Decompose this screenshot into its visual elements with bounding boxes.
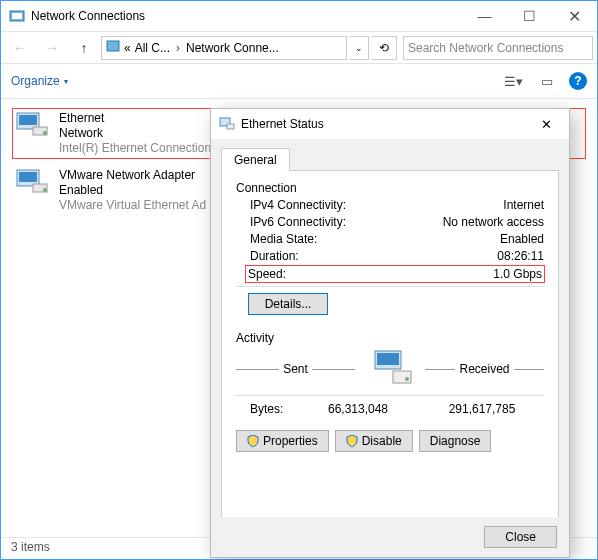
view-options-button[interactable]: ☰▾ [501,69,525,93]
breadcrumb-root[interactable]: « [124,41,131,55]
svg-rect-15 [393,371,411,383]
svg-rect-14 [377,353,399,365]
tab-page-general: Connection IPv4 Connectivity:Internet IP… [221,170,559,532]
svg-rect-12 [227,124,234,129]
diagnose-label: Diagnose [430,434,481,448]
received-label: Received [455,362,513,376]
ipv6-label: IPv6 Connectivity: [250,215,346,229]
svg-point-10 [43,188,47,192]
bytes-received: 291,617,785 [420,402,544,416]
maximize-button[interactable]: ☐ [507,1,552,31]
media-state-label: Media State: [250,232,317,246]
address-bar[interactable]: « All C... Network Conne... [101,36,347,60]
tab-general[interactable]: General [221,148,290,171]
duration-label: Duration: [250,249,299,263]
speed-value: 1.0 Gbps [493,267,542,281]
svg-point-16 [405,377,409,381]
divider [236,395,544,396]
svg-rect-1 [12,13,22,19]
breadcrumb-item[interactable]: All C... [135,41,170,55]
connection-state: Network [59,126,211,141]
title-controls: — ☐ ✕ [462,1,597,31]
dialog-title: Ethernet Status [241,117,531,131]
close-dialog-button[interactable]: Close [484,526,557,548]
svg-point-6 [43,131,47,135]
titlebar: Network Connections — ☐ ✕ [1,1,597,31]
refresh-button[interactable]: ⟲ [371,36,397,60]
ethernet-status-dialog: Ethernet Status ✕ General Connection IPv… [210,108,570,558]
divider [236,286,544,287]
media-state-value: Enabled [500,232,544,246]
up-button[interactable]: ↑ [69,35,99,61]
activity-icon [365,347,415,391]
diagnose-button[interactable]: Diagnose [419,430,492,452]
svg-rect-2 [107,41,119,51]
svg-rect-4 [19,115,37,125]
ethernet-icon [15,111,51,141]
sent-label: Sent [279,362,312,376]
breadcrumb-item[interactable]: Network Conne... [186,41,279,55]
control-panel-icon [9,8,25,24]
minimize-button[interactable]: — [462,1,507,31]
chevron-right-icon [174,41,182,55]
activity-group-label: Activity [236,331,544,345]
forward-button: → [37,35,67,61]
details-button[interactable]: Details... [248,293,328,315]
help-icon[interactable]: ? [569,72,587,90]
properties-button[interactable]: Properties [236,430,329,452]
ipv4-label: IPv4 Connectivity: [250,198,346,212]
organize-button[interactable]: Organize [11,74,68,88]
svg-rect-8 [19,172,37,182]
connection-desc: Intel(R) Ethernet Connection [59,141,211,156]
connection-group-label: Connection [236,181,544,195]
dialog-close-button[interactable]: ✕ [531,117,561,132]
ipv6-value: No network access [443,215,544,229]
connection-name: Ethernet [59,111,211,126]
duration-value: 08:26:11 [497,249,544,263]
window-title: Network Connections [31,9,462,23]
properties-label: Properties [263,434,318,448]
item-count: 3 items [11,540,50,554]
address-dropdown[interactable]: ⌄ [349,36,369,60]
preview-pane-button[interactable]: ▭ [535,69,559,93]
close-button[interactable]: ✕ [552,1,597,31]
ipv4-value: Internet [503,198,544,212]
connection-desc: VMware Virtual Ethernet Ad [59,198,206,213]
nav-bar: ← → ↑ « All C... Network Conne... ⌄ ⟲ Se… [1,31,597,63]
disable-label: Disable [362,434,402,448]
disable-button[interactable]: Disable [335,430,413,452]
ethernet-icon [219,116,235,132]
speed-label: Speed: [248,267,286,281]
ethernet-icon [15,168,51,198]
search-input[interactable]: Search Network Connections [403,36,593,60]
dialog-titlebar: Ethernet Status ✕ [211,109,569,139]
back-button[interactable]: ← [5,35,35,61]
connection-name: VMware Network Adapter [59,168,206,183]
bytes-sent: 66,313,048 [296,402,420,416]
control-panel-icon [106,39,120,56]
connection-state: Enabled [59,183,206,198]
toolbar: Organize ☰▾ ▭ ? [1,63,597,99]
bytes-label: Bytes: [236,402,296,416]
